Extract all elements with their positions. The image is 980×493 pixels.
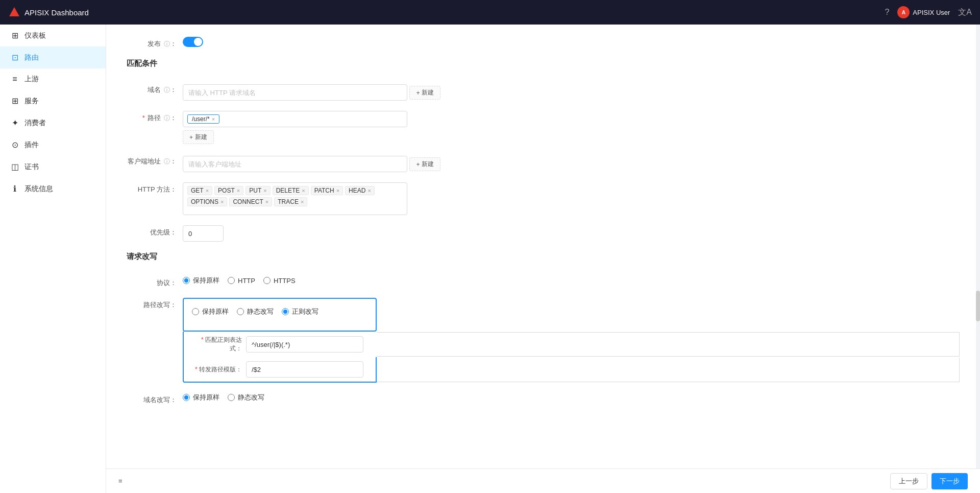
protocol-http-label: HTTP [238,277,255,285]
path-rewrite-static-label: 静态改写 [247,307,274,316]
method-tag-post-close[interactable]: × [237,187,240,194]
method-tag-put: PUT × [246,186,270,195]
method-tag-patch-close[interactable]: × [336,187,339,194]
http-methods-container: GET × POST × PUT × DELETE × PATCH × HEAD… [183,182,407,215]
regex-match-right-ext [377,332,960,357]
domain-rewrite-static[interactable]: 静态改写 [228,393,264,402]
domain-rewrite-content: 保持原样 静态改写 [183,393,960,402]
forward-left-box: * 转发路径模版： [183,357,377,383]
regex-match-right-input[interactable] [377,333,959,356]
priority-input[interactable] [183,225,224,242]
method-tag-head-close[interactable]: × [368,187,371,194]
prev-button[interactable]: 上一步 [890,473,927,489]
path-rewrite-keep-radio[interactable] [192,308,199,315]
path-required-mark: * [142,114,145,122]
sidebar-label-services: 服务 [24,97,39,106]
domain-rewrite-static-radio[interactable] [228,394,235,401]
path-add-label: 新建 [195,133,207,142]
http-method-content: GET × POST × PUT × DELETE × PATCH × HEAD… [183,182,960,215]
path-add-icon: + [189,134,193,141]
client-addr-add-icon: + [416,161,420,168]
client-addr-help-icon[interactable]: ⓘ [164,158,170,165]
page-footer: ≡ 上一步 下一步 [106,468,980,493]
method-tag-get-close[interactable]: × [206,187,209,194]
client-addr-add-button[interactable]: + 新建 [409,157,440,171]
domain-rewrite-label: 域名改写： [127,393,183,405]
next-button[interactable]: 下一步 [932,473,968,489]
help-icon[interactable]: ? [885,8,889,17]
regex-match-input[interactable] [246,336,363,353]
sysinfo-icon: ℹ [10,184,19,194]
domain-rewrite-keep-radio[interactable] [183,394,190,401]
method-tag-options-close[interactable]: × [220,199,224,205]
method-tag-connect-close[interactable]: × [265,199,268,205]
method-tag-trace-close[interactable]: × [301,199,304,205]
sidebar-label-certs: 证书 [24,162,39,172]
header-right: ? A APISIX User 文A [885,6,972,18]
user-menu[interactable]: A APISIX User [897,6,950,18]
method-tag-delete-close[interactable]: × [302,187,305,194]
sidebar-item-consumers[interactable]: ✦ 消费者 [0,112,106,134]
publish-toggle[interactable] [183,37,203,47]
domain-add-button[interactable]: + 新建 [409,86,440,100]
protocol-https[interactable]: HTTPS [263,277,296,285]
sidebar-label-sysinfo: 系统信息 [24,184,53,194]
app-header: APISIX Dashboard ? A APISIX User 文A [0,0,980,25]
path-rewrite-content: 保持原样 静态改写 正则改写 [183,298,960,383]
footer-left: ≡ [118,477,122,485]
protocol-keep-radio[interactable] [183,277,190,284]
protocol-https-radio[interactable] [263,277,271,284]
protocol-keep[interactable]: 保持原样 [183,276,219,285]
domain-help-icon[interactable]: ⓘ [164,86,170,93]
path-add-button[interactable]: + 新建 [183,130,214,144]
forward-path-input[interactable] [246,361,363,378]
client-addr-input[interactable] [183,156,407,172]
method-tag-connect: CONNECT × [229,197,272,206]
path-help-icon[interactable]: ⓘ [164,114,170,122]
regex-match-inner-row: * 匹配正则表达式： [190,336,371,353]
protocol-http-radio[interactable] [228,277,235,284]
language-switcher[interactable]: 文A [958,7,972,18]
path-rewrite-static-radio[interactable] [237,308,244,315]
protocol-radio-group: 保持原样 HTTP HTTPS [183,276,960,285]
sidebar-item-services[interactable]: ⊞ 服务 [0,90,106,112]
sidebar-label-upstream: 上游 [24,75,39,84]
path-rewrite-regex[interactable]: 正则改写 [282,307,318,316]
method-tag-head: HEAD × [345,186,375,195]
domain-add-icon: + [416,89,420,97]
path-rewrite-regex-radio[interactable] [282,308,289,315]
sidebar-item-dashboard[interactable]: ⊞ 仪表板 [0,25,106,46]
domain-rewrite-keep[interactable]: 保持原样 [183,393,219,402]
path-rewrite-static[interactable]: 静态改写 [237,307,274,316]
forward-label-inner: * 转发路径模版： [190,365,246,374]
sidebar-item-sysinfo[interactable]: ℹ 系统信息 [0,178,106,200]
forward-required-mark: * [195,366,198,373]
scrollbar-track[interactable] [976,25,980,468]
form-content: 发布 ⓘ： 匹配条件 域名 ⓘ： + 新建 [106,25,980,493]
regex-match-label-inner: * 匹配正则表达式： [190,336,246,353]
method-tag-delete: DELETE × [273,186,309,195]
certs-icon: ◫ [10,162,19,172]
sidebar-label-plugins: 插件 [24,140,39,150]
collapse-icon[interactable]: ≡ [118,477,122,485]
sidebar-label-routes: 路由 [24,53,39,62]
routes-icon: ⊡ [10,53,19,62]
app-title: APISIX Dashboard [24,8,89,17]
path-input-area[interactable]: /user/* × [183,111,407,127]
client-addr-add-label: 新建 [422,160,434,169]
sidebar-item-plugins[interactable]: ⊙ 插件 [0,134,106,156]
protocol-http[interactable]: HTTP [228,277,255,285]
priority-row: 优先级： [127,225,960,242]
sidebar-item-routes[interactable]: ⊡ 路由 [0,46,106,68]
sidebar-item-upstream[interactable]: ≡ 上游 [0,68,106,90]
path-tag-close[interactable]: × [212,116,215,122]
method-tag-put-close[interactable]: × [263,187,266,194]
protocol-https-label: HTTPS [274,277,296,285]
domain-content: + 新建 [183,83,960,101]
domain-rewrite-row: 域名改写： 保持原样 静态改写 [127,393,960,405]
domain-input[interactable] [183,84,407,101]
sidebar-item-certs[interactable]: ◫ 证书 [0,156,106,178]
scrollbar-thumb[interactable] [976,291,980,321]
publish-help-icon[interactable]: ⓘ [164,40,170,48]
path-rewrite-keep[interactable]: 保持原样 [192,307,229,316]
